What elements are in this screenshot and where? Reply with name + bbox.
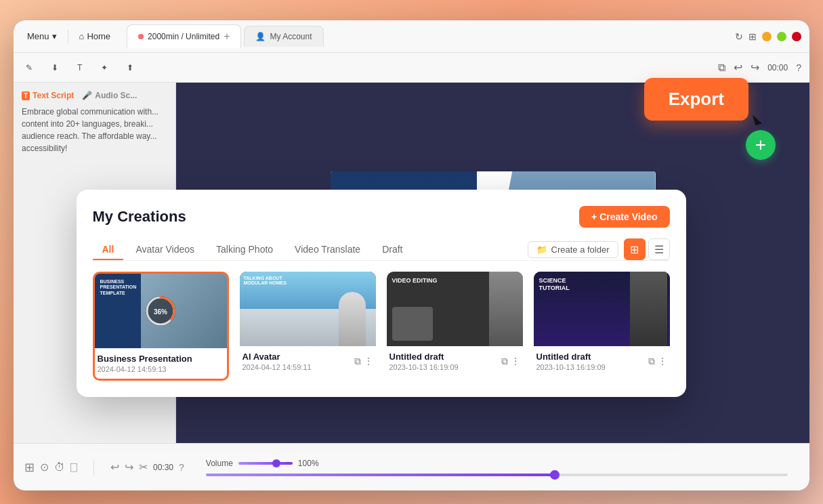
text-script-label: Text Script <box>33 91 74 100</box>
toolbar-download[interactable]: ⬇ <box>47 60 62 75</box>
modal-tab-actions: 📁 Create a folder ⊞ ☰ <box>528 238 670 260</box>
card4-copy-icon[interactable]: ⧉ <box>648 356 655 367</box>
card4-more-icon[interactable]: ⋮ <box>658 356 667 367</box>
text-script-tab[interactable]: T Text Script <box>22 91 74 100</box>
undo-icon[interactable]: ↩ <box>734 61 742 74</box>
card4-date: 2023-10-13 16:19:09 <box>536 363 606 371</box>
card2-footer: Al Avatar 2024-04-12 14:59:11 ⧉ ⋮ <box>240 346 376 377</box>
card2-more-icon[interactable]: ⋮ <box>364 356 373 367</box>
volume-slider[interactable] <box>238 462 293 465</box>
tab-account[interactable]: 👤 My Account <box>244 26 323 47</box>
create-folder-button[interactable]: 📁 Create a folder <box>528 241 618 258</box>
grid-icon[interactable]: ⊞ <box>748 31 757 42</box>
progress-track[interactable] <box>206 474 788 476</box>
card-al-avatar[interactable]: TALKING ABOUTMODULAR HOMES Al Avatar 202… <box>240 272 376 381</box>
progress-thumb <box>550 470 560 480</box>
script-tabs: T Text Script 🎤 Audio Sc... <box>22 91 167 100</box>
tab-account-label: My Account <box>270 32 312 41</box>
tab-credits-label: 2000min / Unlimited <box>148 32 219 41</box>
card-thumb-2: TALKING ABOUTMODULAR HOMES <box>240 272 376 346</box>
al-person <box>339 292 366 346</box>
effects-icon: ✦ <box>101 63 108 72</box>
help-icon[interactable]: ? <box>796 62 801 73</box>
timeline-area: ⊞ ⊙ ⏱ ⎕ ↩ ↪ ✂ 00:30 ? Volume 100% <box>14 443 809 490</box>
text-icon: T <box>77 63 82 72</box>
toolbar-effects[interactable]: ✦ <box>97 60 112 75</box>
card2-copy-icon[interactable]: ⧉ <box>354 356 361 367</box>
close-button[interactable] <box>792 32 801 41</box>
timeline-help-icon[interactable]: ? <box>179 462 184 473</box>
vedit-person <box>489 272 523 346</box>
image-icon[interactable]: ⎕ <box>70 461 77 474</box>
history-icon[interactable]: ⏱ <box>54 461 65 474</box>
copy-icon[interactable]: ⧉ <box>718 62 725 74</box>
card3-name: Untitled draft <box>389 352 459 362</box>
card-untitled-2[interactable]: SCIENCETUTORIAL Untitled draft 2023-10-1… <box>534 272 670 381</box>
card4-content: SCIENCETUTORIAL <box>534 272 670 346</box>
toolbar-upload[interactable]: ⬆ <box>123 60 138 75</box>
tab-avatar-videos[interactable]: Avatar Videos <box>126 240 204 260</box>
script-body: Embrace global communication with... con… <box>22 106 167 154</box>
add-button[interactable]: + <box>746 130 776 160</box>
toolbar-text[interactable]: T <box>73 60 86 75</box>
card-thumb-4: SCIENCETUTORIAL <box>534 272 670 346</box>
add-scene-icon[interactable]: ⊞ <box>24 460 35 475</box>
volume-pct: 100% <box>298 459 319 468</box>
card3-content: VIDEO EDITING <box>387 272 523 346</box>
tab-area: 2000min / Unlimited + 👤 My Account <box>127 24 730 48</box>
script-area: T Text Script 🎤 Audio Sc... Embrace glob… <box>14 83 175 160</box>
cut-icon[interactable]: ✂ <box>139 461 148 474</box>
home-label: Home <box>87 31 110 41</box>
card2-name: Al Avatar <box>242 352 312 362</box>
card2-actions: ⧉ ⋮ <box>352 353 376 370</box>
sci-person <box>630 272 667 346</box>
tab-all[interactable]: All <box>93 240 124 260</box>
timeline-time: 00:30 <box>153 463 173 472</box>
view-toggle: ⊞ ☰ <box>624 238 670 260</box>
card4-name: Untitled draft <box>536 352 606 362</box>
modal-header: My Creations + Create Video <box>93 206 670 228</box>
card3-more-icon[interactable]: ⋮ <box>511 356 520 367</box>
refresh-icon[interactable]: ↻ <box>735 31 743 42</box>
card2-info: Al Avatar 2024-04-12 14:59:11 <box>240 346 314 377</box>
maximize-button[interactable] <box>777 32 786 41</box>
card1-info: Business Presentation 2024-04-12 14:59:1… <box>95 348 227 379</box>
minimize-button[interactable] <box>762 32 772 41</box>
audio-script-tab[interactable]: 🎤 Audio Sc... <box>82 91 137 100</box>
export-button[interactable]: Export <box>644 78 748 121</box>
svg-text:36%: 36% <box>154 308 167 316</box>
text-script-icon: T <box>22 91 30 100</box>
time-display: 00:00 <box>767 63 788 72</box>
card-untitled-1[interactable]: VIDEO EDITING Untitled draft 2023-10-13 … <box>387 272 523 381</box>
create-video-button[interactable]: + Create Video <box>579 206 669 228</box>
timeline-controls: ↩ ↪ ✂ 00:30 ? <box>110 461 184 474</box>
tab-video-translate[interactable]: Video Translate <box>285 240 370 260</box>
volume-label: Volume <box>206 459 233 468</box>
tab-draft[interactable]: Draft <box>373 240 412 260</box>
volume-area: Volume 100% <box>195 459 799 476</box>
card-business-presentation[interactable]: BUSINESSPRESENTATIONTEMPLATE 36% Busines… <box>93 272 229 381</box>
timeline-left: ⊞ ⊙ ⏱ ⎕ <box>24 460 77 475</box>
redo2-icon[interactable]: ↪ <box>125 461 133 474</box>
grid-view-button[interactable]: ⊞ <box>624 238 646 260</box>
card4-info: Untitled draft 2023-10-13 16:19:09 <box>534 346 608 377</box>
biz-text: BUSINESSPRESENTATIONTEMPLATE <box>100 279 137 296</box>
toolbar-right: ⧉ ↩ ↪ 00:00 ? <box>718 61 801 74</box>
vedit-preview <box>392 307 433 341</box>
redo-icon[interactable]: ↪ <box>751 61 759 74</box>
tab-credits[interactable]: 2000min / Unlimited + <box>127 24 241 48</box>
toolbar-edit-icon[interactable]: ✎ <box>22 60 37 75</box>
modal-tabs: All Avatar Videos Talking Photo Video Tr… <box>93 238 670 261</box>
list-view-button[interactable]: ☰ <box>648 238 670 260</box>
tab-talking-photo[interactable]: Talking Photo <box>207 240 282 260</box>
home-button[interactable]: ⌂ Home <box>74 28 117 44</box>
menu-button[interactable]: Menu ▾ <box>22 28 62 44</box>
top-bar-divider <box>68 30 68 43</box>
card2-content: TALKING ABOUTMODULAR HOMES <box>240 272 376 346</box>
my-creations-modal: My Creations + Create Video All Avatar V… <box>77 190 686 397</box>
card3-copy-icon[interactable]: ⧉ <box>501 356 508 367</box>
card1-name: Business Presentation <box>98 354 224 364</box>
undo-timeline-icon[interactable]: ⊙ <box>40 461 49 474</box>
undo2-icon[interactable]: ↩ <box>110 461 119 474</box>
divider <box>93 459 94 476</box>
